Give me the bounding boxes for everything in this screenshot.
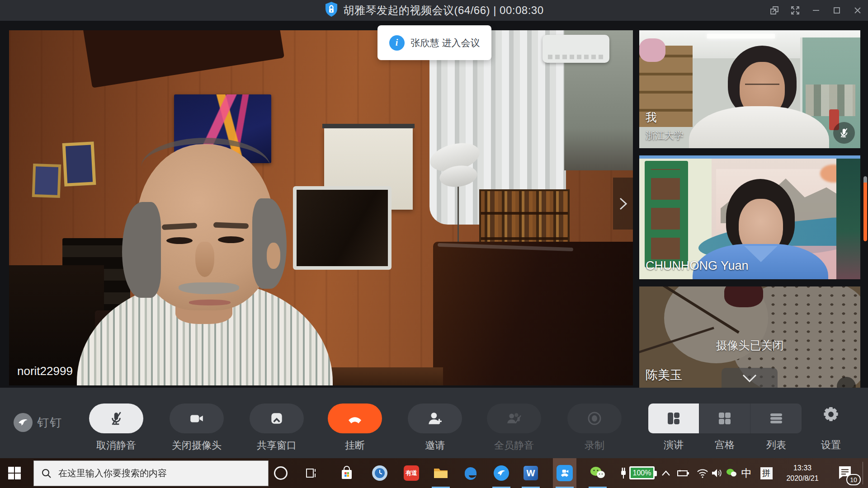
mute-all-button[interactable]: 全员静音 — [478, 404, 550, 452]
action-center-button[interactable]: 10 — [837, 465, 858, 483]
edge-app[interactable] — [459, 458, 482, 488]
photo-speaker-hair — [122, 202, 161, 298]
scrollbar-cap — [863, 176, 867, 183]
store-app[interactable] — [335, 458, 359, 488]
share-window-button[interactable]: 共享窗口 — [241, 404, 313, 452]
camera-icon — [170, 404, 224, 433]
taskbar-search[interactable] — [33, 460, 269, 486]
record-button[interactable]: 录制 — [558, 404, 631, 452]
view-list-button[interactable] — [750, 404, 802, 433]
wechat-tray-icon[interactable] — [724, 458, 739, 488]
chevron-right-icon — [617, 195, 629, 213]
wifi-icon[interactable] — [695, 458, 710, 488]
meeting-content: norit22999 我 浙江大学 — [0, 21, 868, 388]
windows-logo-icon — [8, 467, 21, 479]
camera-off-status: 摄像头已关闭 — [639, 338, 860, 353]
participant-name: 我 — [646, 110, 657, 125]
input-language-indicator[interactable]: 中 — [740, 458, 753, 488]
hangup-icon — [328, 404, 382, 433]
youdao-app[interactable]: 有道 — [400, 458, 423, 488]
hangup-label: 挂断 — [345, 439, 365, 452]
camera-off-label: 关闭摄像头 — [172, 439, 222, 452]
tray-expand-chevron[interactable] — [659, 458, 673, 488]
unmute-label: 取消静音 — [96, 439, 136, 452]
record-icon — [567, 404, 622, 433]
ime-mode-indicator[interactable]: 拼 — [760, 458, 773, 488]
dingtalk-brand-label: 钉钉 — [37, 415, 62, 431]
sidebar-collapse-handle[interactable] — [613, 178, 633, 230]
minimize-icon[interactable] — [806, 0, 826, 21]
photo-frame — [62, 141, 96, 187]
titlebar: 胡雅琴发起的视频会议(64/66) | 00:08:30 — [0, 0, 868, 21]
close-icon[interactable] — [847, 0, 868, 21]
invite-label: 邀请 — [425, 439, 445, 452]
share-window-icon — [250, 404, 304, 433]
wechat-icon — [590, 466, 606, 480]
dingtalk-meeting-app[interactable] — [553, 458, 576, 488]
maximize-icon[interactable] — [826, 0, 847, 21]
power-plug-icon[interactable] — [617, 458, 630, 488]
hangup-button[interactable]: 挂断 — [319, 404, 391, 452]
battery-indicator[interactable]: 100% — [629, 466, 655, 479]
gear-icon — [822, 406, 840, 423]
video-call-icon — [557, 465, 573, 481]
chevron-down-icon — [741, 372, 759, 384]
mute-all-icon — [487, 404, 541, 433]
participant-tile-chenmeiyu[interactable]: 摄像头已关闭 陈美玉 — [639, 286, 860, 388]
taskbar-clock[interactable]: 13:33 2020/8/21 — [774, 463, 831, 483]
camera-off-button[interactable]: 关闭摄像头 — [160, 404, 233, 452]
view-list-label: 列表 — [749, 438, 803, 452]
sidebar-scrollbar[interactable] — [863, 176, 867, 241]
photo-ac-unit — [542, 35, 609, 63]
dingtalk-brand: 钉钉 — [14, 413, 62, 432]
participant-org: 浙江大学 — [646, 129, 684, 142]
edge-icon — [463, 465, 478, 481]
photo-speaker-eye — [218, 236, 244, 243]
settings-button[interactable] — [804, 406, 858, 423]
unmute-button[interactable]: 取消静音 — [80, 404, 152, 452]
scrollbar-thumb[interactable] — [863, 183, 867, 241]
cortana-button[interactable] — [274, 466, 288, 480]
fullscreen-icon[interactable] — [785, 0, 806, 21]
dingtalk-meeting-window: 胡雅琴发起的视频会议(64/66) | 00:08:30 — [0, 0, 868, 488]
word-app[interactable]: W — [519, 458, 542, 488]
start-button[interactable] — [5, 465, 24, 482]
volume-icon[interactable] — [709, 458, 724, 488]
mic-off-icon — [89, 404, 143, 433]
view-grid-button[interactable] — [699, 404, 750, 433]
dingtalk-logo-icon — [14, 413, 33, 432]
battery-status-icon[interactable] — [675, 458, 691, 488]
search-input[interactable] — [58, 468, 253, 479]
dingtalk-app[interactable] — [490, 458, 513, 488]
file-explorer-app[interactable] — [429, 458, 453, 488]
toast-message: 张欣慧 进入会议 — [411, 37, 480, 49]
photo-clutter — [639, 38, 665, 62]
participant-tile-self[interactable]: 我 浙江大学 — [639, 30, 860, 148]
participant-tile-chunhong[interactable]: CHUNHONG Yuan — [639, 155, 860, 279]
photo-piano — [433, 242, 633, 385]
collapse-list-button[interactable] — [722, 368, 778, 388]
info-icon: i — [389, 35, 405, 51]
photo-speaker-eye — [166, 237, 193, 244]
photo-tapestry — [645, 161, 688, 267]
photo-speaker-nose — [195, 242, 214, 277]
view-speaker-button[interactable] — [648, 404, 699, 433]
clock-date: 2020/8/21 — [774, 473, 831, 483]
clock-app-icon — [372, 465, 387, 481]
wechat-app[interactable] — [586, 458, 609, 488]
task-view-button[interactable] — [300, 458, 323, 488]
search-icon — [41, 468, 52, 479]
windows-taskbar: 有道 W — [0, 458, 868, 488]
grid-view-icon — [717, 410, 733, 427]
main-video: norit22999 — [9, 30, 633, 385]
photo-speaker-hair — [141, 138, 270, 197]
invite-button[interactable]: 邀请 — [399, 404, 471, 452]
speaker-view-icon — [665, 410, 682, 427]
show-desktop-button[interactable] — [863, 462, 863, 484]
popout-window-icon[interactable] — [764, 0, 785, 21]
clock-app[interactable] — [368, 458, 392, 488]
notification-count-badge: 10 — [846, 474, 861, 485]
lang-label: 中 — [741, 466, 752, 480]
photo-frame — [32, 164, 61, 198]
participant-sidebar: 我 浙江大学 — [639, 30, 860, 388]
